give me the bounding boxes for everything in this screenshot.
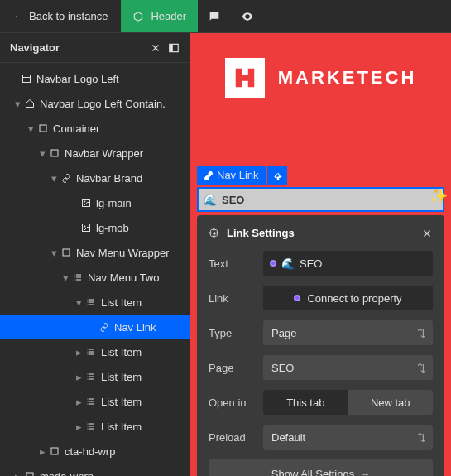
tree-item-label: Nav Menu Two xyxy=(88,272,159,284)
tree-item-label: Navbar Wrapper xyxy=(65,147,143,160)
element-tag-label: Nav Link xyxy=(217,169,259,181)
openin-new-tab[interactable]: New tab xyxy=(348,390,434,415)
tree-item[interactable]: ▸moda-wnrn xyxy=(0,464,190,476)
close-icon[interactable] xyxy=(421,228,433,239)
type-select[interactable]: Page ⇅ xyxy=(263,320,433,345)
page-select[interactable]: SEO ⇅ xyxy=(263,355,433,380)
svg-point-15 xyxy=(74,277,75,278)
svg-rect-2 xyxy=(23,75,31,83)
page-value: SEO xyxy=(271,362,294,374)
tree-item[interactable]: ▸List Item xyxy=(0,389,190,414)
box-icon xyxy=(36,123,50,133)
chevron-icon: ▸ xyxy=(73,421,84,433)
close-icon[interactable] xyxy=(150,42,161,54)
link-icon xyxy=(60,173,73,183)
image-icon xyxy=(79,198,93,208)
bound-indicator-icon xyxy=(270,260,276,267)
type-value: Page xyxy=(271,327,296,339)
connect-property-button[interactable]: Connect to property xyxy=(263,286,433,310)
connect-label: Connect to property xyxy=(307,292,401,305)
element-settings-button[interactable] xyxy=(267,166,287,185)
arrow-right-icon: → xyxy=(359,468,370,477)
svg-rect-10 xyxy=(63,249,70,256)
element-tag[interactable]: Nav Link xyxy=(197,166,287,185)
back-to-instance-link[interactable]: ← Back to instance xyxy=(0,0,121,32)
svg-rect-4 xyxy=(40,125,46,132)
svg-point-34 xyxy=(88,379,89,380)
tree-item[interactable]: lg-mob xyxy=(0,215,190,240)
tree-item[interactable]: ▾Nav Menu Two xyxy=(0,265,190,290)
tree-item-label: Navbar Logo Left xyxy=(36,73,119,85)
show-all-settings-button[interactable]: Show All Settings → xyxy=(209,459,433,476)
tree-item-label: lg-main xyxy=(96,197,132,209)
header-label: Header xyxy=(151,10,186,22)
tree-item-label: lg-mob xyxy=(96,222,129,234)
tree-item-label: List Item xyxy=(101,421,142,433)
comment-button[interactable] xyxy=(198,0,231,32)
tree-item[interactable]: Navbar Logo Left xyxy=(0,66,190,91)
preload-select[interactable]: Default ⇅ xyxy=(263,425,433,450)
panel-toggle-icon[interactable] xyxy=(168,42,180,54)
svg-point-16 xyxy=(74,280,75,281)
svg-point-14 xyxy=(74,275,75,276)
tree-item[interactable]: ▾Nav Menu Wrapper xyxy=(0,240,190,265)
cube-icon xyxy=(132,11,144,22)
svg-point-49 xyxy=(213,232,216,235)
svg-point-46 xyxy=(88,429,89,430)
openin-toggle: This tab New tab xyxy=(263,390,433,415)
openin-label: Open in xyxy=(209,397,255,409)
tree-item[interactable]: ▾Navbar Brand xyxy=(0,166,190,190)
svg-rect-1 xyxy=(170,44,173,51)
preload-label: Preload xyxy=(209,431,255,444)
text-label: Text xyxy=(209,257,255,270)
tree-item-label: cta-hd-wrp xyxy=(65,445,115,458)
tree-item[interactable]: lg-main xyxy=(0,190,190,215)
selected-element[interactable]: 🌊 SEO xyxy=(197,187,444,212)
preview-button[interactable] xyxy=(231,0,264,32)
list-icon xyxy=(84,297,98,307)
wave-icon: 🌊 xyxy=(204,194,217,206)
arrow-left-icon: ← xyxy=(13,10,24,22)
wave-icon: 🌊 xyxy=(281,257,295,270)
tree-item[interactable]: ▾Navbar Logo Left Contain. xyxy=(0,91,190,116)
tree-item[interactable]: ▸List Item xyxy=(0,364,190,389)
svg-point-22 xyxy=(88,305,89,305)
svg-point-9 xyxy=(84,226,86,228)
element-tree: Navbar Logo Left▾Navbar Logo Left Contai… xyxy=(0,63,190,476)
svg-point-20 xyxy=(88,300,89,301)
openin-this-tab[interactable]: This tab xyxy=(263,390,348,415)
chevron-icon: ▸ xyxy=(73,346,84,358)
gear-icon xyxy=(209,228,220,239)
svg-point-27 xyxy=(88,352,89,353)
chevron-icon: ▸ xyxy=(73,371,84,383)
svg-point-44 xyxy=(88,424,89,425)
seo-text: SEO xyxy=(222,194,244,206)
star-icon: ✨ xyxy=(429,187,448,205)
list-icon xyxy=(84,372,98,382)
tree-item[interactable]: ▸List Item xyxy=(0,414,190,439)
tree-item[interactable]: ▸cta-hd-wrp xyxy=(0,439,190,464)
chevron-icon: ▾ xyxy=(25,123,36,135)
svg-point-21 xyxy=(88,302,89,303)
chevron-icon: ▾ xyxy=(60,272,71,284)
tree-item[interactable]: ▾Container xyxy=(0,116,190,141)
svg-rect-47 xyxy=(51,448,58,454)
text-input[interactable]: 🌊 SEO xyxy=(263,251,433,276)
chevron-icon: ▾ xyxy=(48,247,60,259)
list-icon xyxy=(84,347,98,357)
tree-item-label: List Item xyxy=(101,296,142,309)
tree-item[interactable]: ▾List Item xyxy=(0,290,190,315)
svg-point-33 xyxy=(88,377,89,377)
image-icon xyxy=(79,223,93,233)
header-button[interactable]: Header xyxy=(121,0,198,32)
tree-item[interactable]: ▸List Item xyxy=(0,339,190,364)
list-icon xyxy=(84,397,98,406)
box-icon xyxy=(23,471,36,476)
chevron-icon: ▸ xyxy=(73,396,84,408)
preload-value: Default xyxy=(271,431,305,444)
tree-item[interactable]: Nav Link xyxy=(0,315,190,339)
svg-point-45 xyxy=(88,426,89,427)
link-settings-panel: Link Settings Text 🌊 SEO Link Connect to… xyxy=(197,215,444,476)
tree-item[interactable]: ▾Navbar Wrapper xyxy=(0,141,190,166)
chevron-updown-icon: ⇅ xyxy=(417,431,426,444)
